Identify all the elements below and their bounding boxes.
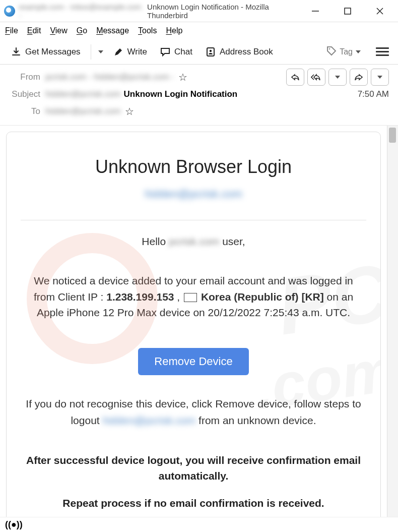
address-book-button[interactable]: Address Book (201, 44, 278, 60)
chevron-down-icon (377, 76, 382, 79)
chevron-down-icon (335, 76, 340, 79)
write-label: Write (127, 47, 147, 57)
message-viewport[interactable]: PC .com Unknown Browser Login hidden@pcr… (0, 126, 387, 532)
chat-button[interactable]: Chat (155, 44, 197, 60)
notice-paragraph: We noticed a device added to your email … (21, 273, 366, 321)
status-bar: ((●)) (0, 517, 398, 532)
subject-label: Subject (9, 89, 40, 99)
message-header: From pcrisk.com - hidden@pcrisk.com - ☆ … (0, 65, 398, 126)
pencil-icon (113, 47, 123, 57)
email-title: Unknown Browser Login (21, 156, 366, 178)
get-messages-label: Get Messages (25, 47, 81, 57)
window-title: Unknown Login Notification - Mozilla Thu… (147, 3, 309, 20)
minimize-button[interactable] (309, 5, 321, 17)
greeting: Hello pcrisk.com user, (21, 235, 366, 248)
bold-note-2: Repeat process if no email confirmation … (21, 497, 366, 509)
scrollbar[interactable] (387, 126, 398, 532)
reply-button[interactable] (286, 69, 304, 86)
star-from-button[interactable]: ☆ (178, 71, 187, 83)
menu-tools[interactable]: Tools (138, 26, 157, 35)
tag-icon (326, 46, 337, 58)
toolbar: Get Messages Write Chat Address Book Tag (0, 39, 398, 65)
subject-prefix: hidden@pcrisk.com (45, 89, 121, 99)
tag-button[interactable]: Tag (321, 43, 366, 61)
address-book-label: Address Book (220, 47, 273, 57)
chat-label: Chat (174, 47, 192, 57)
close-button[interactable] (374, 5, 386, 17)
title-bar: example.com - inbox@example.com - Unknow… (0, 0, 398, 22)
reply-all-button[interactable] (307, 69, 325, 86)
svg-rect-1 (345, 8, 351, 14)
write-button[interactable]: Write (108, 44, 152, 60)
download-icon (11, 47, 21, 57)
message-body-area: PC .com Unknown Browser Login hidden@pcr… (0, 126, 398, 532)
get-messages-button[interactable]: Get Messages (6, 44, 86, 60)
from-value: pcrisk.com - hidden@pcrisk.com - (45, 72, 174, 82)
flag-icon (184, 293, 197, 302)
star-to-button[interactable]: ☆ (125, 105, 134, 117)
menu-bar: File Edit View Go Message Tools Help (0, 22, 398, 39)
menu-message[interactable]: Message (96, 26, 129, 35)
chevron-down-icon (98, 50, 103, 53)
maximize-button[interactable] (342, 5, 354, 17)
to-label: To (9, 106, 40, 116)
thunderbird-icon (4, 6, 15, 17)
get-messages-dropdown[interactable] (96, 47, 105, 56)
title-account: example.com - inbox@example.com - (19, 3, 144, 20)
email-content: PC .com Unknown Browser Login hidden@pcr… (6, 132, 381, 524)
to-value: hidden@pcrisk.com (45, 106, 121, 116)
app-menu-button[interactable] (376, 47, 389, 56)
reply-all-dropdown[interactable] (328, 69, 347, 86)
email-subtitle: hidden@pcrisk.com (21, 188, 366, 201)
menu-view[interactable]: View (50, 26, 67, 35)
svg-point-5 (210, 49, 212, 51)
menu-help[interactable]: Help (166, 26, 182, 35)
remote-content-icon[interactable]: ((●)) (5, 519, 23, 530)
menu-go[interactable]: Go (77, 26, 87, 35)
more-actions-dropdown[interactable] (371, 69, 389, 86)
svg-point-6 (329, 48, 330, 49)
scrollbar-thumb[interactable] (389, 128, 396, 143)
tag-label: Tag (340, 47, 353, 56)
address-book-icon (206, 47, 216, 57)
chat-icon (160, 47, 170, 57)
forward-button[interactable] (350, 69, 368, 86)
chevron-down-icon (356, 50, 361, 53)
bold-note-1: After successful device logout, you will… (21, 452, 366, 484)
divider (21, 220, 366, 220)
subject-value: Unknown Login Notification (124, 89, 238, 99)
menu-edit[interactable]: Edit (27, 26, 41, 35)
instruction-paragraph: If you do not recognise this device, cli… (21, 395, 366, 429)
menu-file[interactable]: File (5, 26, 18, 35)
remove-device-button[interactable]: Remove Device (138, 348, 248, 375)
message-time: 7:50 AM (358, 89, 389, 99)
from-label: From (9, 72, 40, 82)
